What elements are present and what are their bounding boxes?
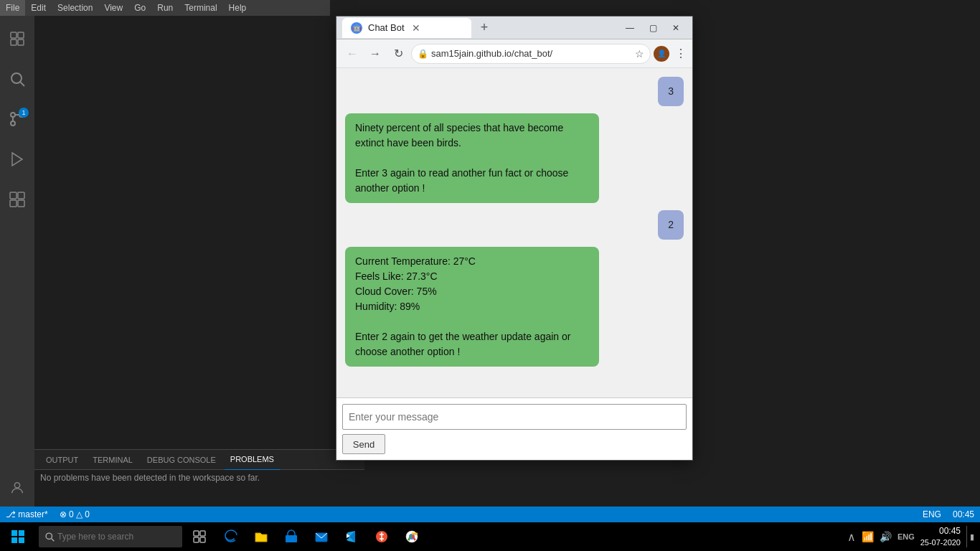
editor-area xyxy=(34,16,334,439)
statusbar-errors[interactable]: ⊗ 0 △ 0 xyxy=(54,507,95,522)
extensions-icon[interactable] xyxy=(0,182,34,217)
menu-edit[interactable]: Edit xyxy=(25,0,52,16)
tab-output[interactable]: OUTPUT xyxy=(40,450,84,470)
bookmark-icon[interactable]: ☆ xyxy=(635,48,644,60)
svg-rect-25 xyxy=(200,537,205,542)
svg-rect-3 xyxy=(18,39,24,45)
start-button[interactable] xyxy=(0,522,36,551)
activity-bar: 1 xyxy=(0,16,34,551)
svg-rect-13 xyxy=(18,200,24,207)
menu-view[interactable]: View xyxy=(98,0,128,16)
taskbar-right: ∧ 📶 🔊 ENG 00:45 25-07-2020 ▮ xyxy=(847,525,980,548)
svg-point-4 xyxy=(11,73,22,83)
forward-btn[interactable]: → xyxy=(365,44,385,64)
message-row-1: 3 xyxy=(345,77,684,106)
store-icon[interactable] xyxy=(277,522,306,551)
search-icon[interactable] xyxy=(0,62,34,96)
user-bubble-2: 2 xyxy=(658,210,684,240)
menu-file[interactable]: File xyxy=(0,0,25,16)
svg-rect-11 xyxy=(18,192,24,199)
svg-rect-16 xyxy=(11,530,17,536)
menu-go[interactable]: Go xyxy=(128,0,151,16)
browser-minimize-btn[interactable]: — xyxy=(619,20,641,36)
browser-menu-btn[interactable]: ⋮ xyxy=(675,47,687,60)
svg-rect-24 xyxy=(194,537,199,542)
taskbar: ∧ 📶 🔊 ENG 00:45 25-07-2020 ▮ xyxy=(0,522,980,551)
browser-maximize-btn[interactable]: ▢ xyxy=(642,20,664,36)
chat-input-area: Send xyxy=(336,397,692,460)
browser-new-tab-btn[interactable]: + xyxy=(474,18,494,38)
svg-point-6 xyxy=(11,113,15,117)
task-view-btn[interactable] xyxy=(185,522,214,551)
browser-tab-close[interactable]: ✕ xyxy=(410,22,422,34)
network-icon[interactable]: 📶 xyxy=(862,531,874,542)
svg-rect-1 xyxy=(18,32,24,38)
statusbar-lang[interactable]: ENG xyxy=(917,509,947,519)
tab-debug-console[interactable]: DEBUG CONSOLE xyxy=(141,450,222,470)
bot-bubble-2-text: Current Temperature: 27°CFeels Like: 27.… xyxy=(355,255,570,357)
show-hidden-icons[interactable]: ∧ xyxy=(847,530,856,544)
statusbar-branch[interactable]: ⎇ master* xyxy=(0,507,54,522)
svg-rect-22 xyxy=(194,531,199,536)
browser-titlebar: 🤖 Chat Bot ✕ + — ▢ ✕ xyxy=(336,17,692,39)
refresh-btn[interactable]: ↻ xyxy=(388,44,408,64)
message-row-3: 2 xyxy=(345,210,684,240)
message-row-2: Ninety percent of all species that have … xyxy=(345,113,684,203)
browser-toolbar: ← → ↻ 🔒 sam15jain.github.io/chat_bot/ ☆ … xyxy=(336,39,692,68)
browser-tab-active[interactable]: 🤖 Chat Bot ✕ xyxy=(342,18,471,38)
svg-rect-2 xyxy=(11,39,17,45)
menu-help[interactable]: Help xyxy=(223,0,253,16)
mail-icon[interactable] xyxy=(307,522,336,551)
volume-icon[interactable]: 🔊 xyxy=(880,531,892,542)
account-icon[interactable] xyxy=(0,471,34,505)
menu-run[interactable]: Run xyxy=(151,0,179,16)
show-desktop-btn[interactable]: ▮ xyxy=(966,526,974,547)
back-btn[interactable]: ← xyxy=(342,44,362,64)
clock-date: 25-07-2020 xyxy=(920,537,961,548)
file-explorer-icon[interactable] xyxy=(247,522,275,551)
message-input[interactable] xyxy=(342,404,687,430)
menu-selection[interactable]: Selection xyxy=(52,0,98,16)
panel-content: No problems have been detected in the wo… xyxy=(34,470,364,486)
svg-rect-0 xyxy=(11,32,17,38)
taskbar-search[interactable] xyxy=(39,526,182,547)
source-control-icon[interactable]: 1 xyxy=(0,102,34,136)
vscode-window: File Edit Selection View Go Run Terminal… xyxy=(0,0,980,551)
edge-icon[interactable] xyxy=(217,522,245,551)
message-row-4: Current Temperature: 27°CFeels Like: 27.… xyxy=(345,247,684,367)
bot-bubble-1: Ninety percent of all species that have … xyxy=(345,113,599,203)
debug-icon[interactable] xyxy=(0,142,34,176)
tab-terminal[interactable]: TERMINAL xyxy=(87,450,138,470)
bot-bubble-1-text: Ninety percent of all species that have … xyxy=(355,122,568,194)
taskbar-pinned-apps xyxy=(217,522,426,551)
chrome-icon[interactable] xyxy=(397,522,426,551)
menu-terminal[interactable]: Terminal xyxy=(179,0,222,16)
svg-rect-23 xyxy=(200,531,205,536)
browser-window: 🤖 Chat Bot ✕ + — ▢ ✕ ← → ↻ 🔒 sam15jain.g… xyxy=(336,16,693,461)
chat-area: 3 Ninety percent of all species that hav… xyxy=(336,68,692,397)
svg-point-14 xyxy=(14,483,19,488)
statusbar-time: 00:45 xyxy=(947,509,980,519)
vscode-statusbar: ⎇ master* ⊗ 0 △ 0 ENG 00:45 xyxy=(0,507,980,522)
svg-point-20 xyxy=(46,533,52,539)
tab-problems[interactable]: PROBLEMS xyxy=(225,450,280,470)
taskbar-clock[interactable]: 00:45 25-07-2020 xyxy=(920,525,961,548)
svg-rect-26 xyxy=(286,535,297,542)
statusbar-left: ⎇ master* ⊗ 0 △ 0 xyxy=(0,507,95,522)
svg-rect-18 xyxy=(11,537,17,543)
url-text: sam15jain.github.io/chat_bot/ xyxy=(431,48,632,59)
browser-tab-title: Chat Bot xyxy=(368,22,405,33)
statusbar-right: ENG 00:45 xyxy=(917,509,980,519)
git-icon[interactable] xyxy=(367,522,396,551)
source-control-badge: 1 xyxy=(19,108,29,118)
send-button[interactable]: Send xyxy=(342,434,385,454)
profile-avatar[interactable]: 👤 xyxy=(654,46,669,62)
vscode-taskbar-icon[interactable] xyxy=(337,522,366,551)
svg-rect-19 xyxy=(19,537,24,543)
browser-close-btn[interactable]: ✕ xyxy=(665,20,687,36)
menu-bar: File Edit Selection View Go Run Terminal… xyxy=(0,0,252,16)
address-bar[interactable]: 🔒 sam15jain.github.io/chat_bot/ ☆ xyxy=(411,44,651,64)
explorer-icon[interactable] xyxy=(0,22,34,56)
taskbar-search-input[interactable] xyxy=(57,532,165,542)
keyboard-icon[interactable]: ENG xyxy=(897,532,915,541)
